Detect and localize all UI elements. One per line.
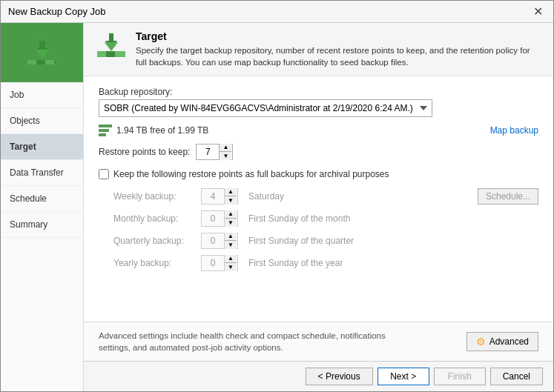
svg-rect-8 — [97, 51, 106, 57]
previous-button[interactable]: < Previous — [306, 368, 373, 385]
advanced-button[interactable]: ⚙ Advanced — [466, 332, 538, 351]
advanced-description: Advanced settings include health check a… — [99, 330, 410, 353]
yearly-spinner-buttons: ▲ ▼ — [224, 255, 237, 271]
yearly-backup-row: Yearly backup: 0 ▲ ▼ First Sunday of the… — [113, 255, 538, 271]
dialog-title: New Backup Copy Job — [8, 6, 106, 17]
restore-points-row: Restore points to keep: 7 ▲ ▼ — [99, 144, 538, 160]
quarterly-up-button[interactable]: ▲ — [225, 233, 237, 241]
sidebar-item-schedule[interactable]: Schedule — [1, 186, 83, 212]
title-bar: New Backup Copy Job ✕ — [1, 1, 553, 23]
yearly-spinner: 0 ▲ ▼ — [201, 255, 238, 271]
monthly-spinner: 0 ▲ ▼ — [201, 210, 238, 227]
quarterly-day: First Sunday of the quarter — [248, 236, 354, 246]
restore-points-label: Restore points to keep: — [99, 147, 190, 157]
storage-icon — [99, 124, 112, 136]
sidebar-item-data-transfer[interactable]: Data Transfer — [1, 160, 83, 186]
finish-button[interactable]: Finish — [434, 368, 486, 385]
dialog: New Backup Copy Job ✕ Jo — [0, 0, 554, 392]
dialog-body: Job Objects Target Data Transfer Schedul… — [1, 23, 553, 391]
sidebar: Job Objects Target Data Transfer Schedul… — [1, 23, 84, 391]
quarterly-spinner: 0 ▲ ▼ — [201, 233, 238, 249]
advanced-section: Advanced settings include health check a… — [84, 322, 553, 361]
monthly-input[interactable]: 0 — [202, 213, 224, 224]
weekly-backup-row: Weekly backup: 4 ▲ ▼ Saturday Schedule..… — [113, 188, 538, 205]
sidebar-item-target[interactable]: Target — [1, 134, 83, 160]
footer: < Previous Next > Finish Cancel — [84, 361, 553, 391]
quarterly-down-button[interactable]: ▼ — [225, 241, 237, 249]
svg-rect-4 — [45, 60, 54, 64]
backup-options: Weekly backup: 4 ▲ ▼ Saturday Schedule..… — [99, 188, 538, 271]
weekly-backup-label: Weekly backup: — [113, 191, 195, 202]
close-button[interactable]: ✕ — [530, 6, 546, 18]
svg-rect-9 — [106, 51, 115, 57]
target-icon — [24, 35, 60, 70]
backup-repository-label: Backup repository: — [99, 87, 538, 97]
monthly-down-button[interactable]: ▼ — [225, 219, 237, 227]
form-area: Backup repository: SOBR (Created by WIN-… — [84, 76, 553, 322]
map-backup-link[interactable]: Map backup — [490, 125, 538, 136]
quarterly-input[interactable]: 0 — [202, 236, 224, 246]
gear-icon: ⚙ — [476, 336, 486, 348]
yearly-day: First Sunday of the year — [248, 258, 343, 268]
restore-points-input[interactable]: 7 — [197, 147, 219, 157]
yearly-backup-label: Yearly backup: — [113, 258, 195, 268]
sidebar-item-summary[interactable]: Summary — [1, 212, 83, 238]
monthly-spinner-buttons: ▲ ▼ — [224, 210, 237, 227]
storage-free-text: 1.94 TB free of 1.99 TB — [116, 125, 486, 136]
weekly-down-button[interactable]: ▼ — [225, 196, 237, 205]
full-backups-checkbox-row: Keep the following restore points as ful… — [99, 169, 538, 179]
quarterly-backup-row: Quarterly backup: 0 ▲ ▼ First Sunday of … — [113, 233, 538, 249]
quarterly-backup-label: Quarterly backup: — [113, 236, 195, 246]
weekly-spinner-buttons: ▲ ▼ — [224, 188, 237, 205]
restore-points-down-button[interactable]: ▼ — [220, 152, 231, 160]
restore-points-spinner: 7 ▲ ▼ — [196, 144, 233, 160]
weekly-input[interactable]: 4 — [202, 191, 224, 202]
section-description: Specify the target backup repository, nu… — [136, 44, 541, 68]
quarterly-spinner-buttons: ▲ ▼ — [224, 233, 237, 249]
section-title: Target — [136, 30, 541, 42]
storage-info-row: 1.94 TB free of 1.99 TB Map backup — [99, 124, 538, 136]
next-button[interactable]: Next > — [377, 368, 429, 385]
monthly-backup-row: Monthly backup: 0 ▲ ▼ First Sunday of th… — [113, 210, 538, 227]
svg-marker-6 — [36, 50, 49, 59]
svg-rect-10 — [115, 51, 125, 57]
sidebar-item-objects[interactable]: Objects — [1, 108, 83, 134]
weekly-day: Saturday — [248, 191, 284, 202]
backup-repository-select[interactable]: SOBR (Created by WIN-84EVG6GACVS\Adminis… — [99, 99, 432, 117]
sidebar-item-job[interactable]: Job — [1, 82, 83, 108]
section-target-icon — [96, 30, 127, 62]
full-backups-label[interactable]: Keep the following restore points as ful… — [113, 169, 389, 179]
advanced-button-label: Advanced — [489, 336, 529, 347]
cancel-button[interactable]: Cancel — [490, 368, 543, 385]
restore-points-up-button[interactable]: ▲ — [220, 144, 231, 152]
section-header-text: Target Specify the target backup reposit… — [136, 30, 541, 68]
backup-repository-row: Backup repository: SOBR (Created by WIN-… — [99, 87, 538, 117]
yearly-up-button[interactable]: ▲ — [225, 255, 237, 263]
monthly-up-button[interactable]: ▲ — [225, 210, 237, 219]
svg-rect-2 — [27, 60, 36, 64]
restore-points-spinner-buttons: ▲ ▼ — [219, 144, 231, 160]
monthly-day: First Sunday of the month — [248, 213, 350, 224]
svg-rect-3 — [36, 60, 45, 64]
section-header: Target Specify the target backup reposit… — [84, 23, 553, 76]
yearly-input[interactable]: 0 — [202, 258, 224, 268]
monthly-backup-label: Monthly backup: — [113, 213, 195, 224]
full-backups-checkbox[interactable] — [99, 169, 109, 179]
yearly-down-button[interactable]: ▼ — [225, 263, 237, 271]
schedule-button[interactable]: Schedule... — [478, 188, 538, 205]
weekly-spinner: 4 ▲ ▼ — [201, 188, 238, 205]
main-content: Target Specify the target backup reposit… — [84, 23, 553, 391]
weekly-up-button[interactable]: ▲ — [225, 188, 237, 196]
sidebar-header — [1, 23, 83, 82]
svg-marker-12 — [105, 42, 118, 51]
